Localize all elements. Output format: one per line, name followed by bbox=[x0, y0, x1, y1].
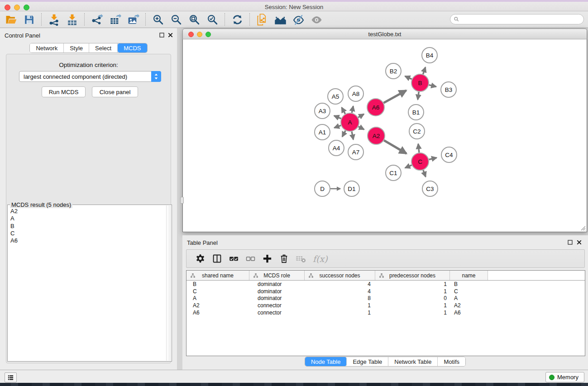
edge-C-C4[interactable] bbox=[429, 157, 436, 159]
edge-A6-B[interactable] bbox=[384, 91, 406, 103]
column-header-shared-name[interactable]: shared name bbox=[186, 271, 249, 280]
import-network-button[interactable] bbox=[45, 12, 63, 27]
table-cell[interactable]: 4 bbox=[305, 288, 375, 295]
table-cell[interactable]: 8 bbox=[305, 295, 375, 301]
network-document-button[interactable] bbox=[253, 12, 271, 27]
table-cell[interactable]: dominator bbox=[249, 288, 305, 295]
window-resize-grip[interactable] bbox=[579, 224, 586, 231]
import-table-button[interactable] bbox=[63, 12, 81, 27]
open-folder-button[interactable] bbox=[2, 12, 20, 27]
save-button[interactable] bbox=[20, 12, 38, 27]
tab-mcds[interactable]: MCDS bbox=[118, 43, 147, 52]
edge-A-A5[interactable] bbox=[342, 108, 345, 114]
float-table-panel-icon[interactable] bbox=[567, 239, 573, 245]
close-panel-button[interactable]: Close panel bbox=[92, 86, 138, 97]
edge-A-A2[interactable] bbox=[359, 127, 364, 129]
delete-column-button[interactable] bbox=[276, 251, 292, 267]
home-button[interactable] bbox=[271, 12, 289, 27]
table-cell[interactable]: A2 bbox=[186, 302, 249, 309]
zoom-in-button[interactable] bbox=[149, 12, 167, 27]
edge-A-A4[interactable] bbox=[342, 131, 345, 137]
edge-A2-C[interactable] bbox=[384, 140, 406, 153]
table-cell[interactable]: A6 bbox=[450, 310, 488, 316]
mcds-result-item[interactable]: B bbox=[9, 223, 166, 230]
table-cell[interactable]: dominator bbox=[249, 281, 305, 287]
gear-button[interactable] bbox=[192, 251, 209, 267]
table-cell[interactable]: B bbox=[450, 281, 488, 287]
table-row[interactable]: A2connector11A2 bbox=[186, 302, 585, 309]
edge-A-A3[interactable] bbox=[334, 116, 341, 119]
tab-select[interactable]: Select bbox=[89, 43, 118, 52]
columns-button[interactable] bbox=[209, 251, 225, 267]
edge-B-B2[interactable] bbox=[405, 76, 412, 79]
table-cell[interactable]: 1 bbox=[375, 281, 450, 287]
table-cell[interactable]: dominator bbox=[249, 295, 305, 301]
close-panel-icon[interactable] bbox=[167, 32, 173, 38]
edge-C-C2[interactable] bbox=[418, 144, 419, 152]
edge-C-C3[interactable] bbox=[423, 170, 425, 177]
table-cell[interactable]: 1 bbox=[375, 310, 450, 316]
edge-B-B1[interactable] bbox=[418, 92, 419, 100]
tab-node-table[interactable]: Node Table bbox=[305, 357, 347, 366]
edge-C-C1[interactable] bbox=[405, 165, 412, 168]
mcds-result-item[interactable]: A6 bbox=[9, 237, 166, 244]
memory-button[interactable]: Memory bbox=[545, 372, 584, 382]
mcds-result-scrollbar[interactable] bbox=[166, 205, 171, 361]
tab-motifs[interactable]: Motifs bbox=[438, 357, 465, 366]
table-cell[interactable]: 0 bbox=[375, 295, 450, 301]
close-table-panel-icon[interactable] bbox=[576, 239, 582, 245]
table-cell[interactable]: C bbox=[186, 288, 249, 295]
tab-style[interactable]: Style bbox=[64, 43, 89, 52]
task-history-button[interactable] bbox=[5, 372, 17, 382]
edge-B-B3[interactable] bbox=[429, 85, 436, 87]
mcds-result-item[interactable]: A bbox=[9, 215, 166, 222]
tab-network[interactable]: Network bbox=[30, 43, 64, 52]
mcds-result-item[interactable]: C bbox=[9, 230, 166, 237]
add-column-button[interactable] bbox=[259, 251, 276, 267]
float-panel-icon[interactable] bbox=[159, 32, 165, 38]
run-mcds-button[interactable]: Run MCDS bbox=[42, 86, 86, 97]
search-input[interactable] bbox=[459, 15, 583, 24]
table-cell[interactable]: 1 bbox=[375, 302, 450, 309]
mcds-result-item[interactable]: A2 bbox=[9, 208, 166, 215]
table-cell[interactable]: connector bbox=[249, 310, 305, 316]
table-row[interactable]: Bdominator41B bbox=[186, 281, 585, 288]
zoom-fit-button[interactable] bbox=[185, 12, 203, 27]
column-header-MCDS-role[interactable]: MCDS role bbox=[249, 271, 305, 280]
table-cell[interactable]: 4 bbox=[305, 281, 375, 287]
table-row[interactable]: Adominator80A bbox=[186, 295, 585, 302]
table-cell[interactable]: 1 bbox=[375, 288, 450, 295]
column-header-name[interactable]: name bbox=[450, 271, 488, 280]
hide-eye-button[interactable] bbox=[289, 12, 307, 27]
table-cell[interactable]: 1 bbox=[305, 310, 375, 316]
deselect-all-button[interactable] bbox=[242, 251, 259, 267]
table-cell[interactable]: B bbox=[186, 281, 249, 287]
zoom-selected-button[interactable] bbox=[203, 12, 221, 27]
edge-A-A6[interactable] bbox=[358, 114, 364, 117]
panel-splitter-handle[interactable] bbox=[180, 197, 184, 204]
column-header-successor-nodes[interactable]: successor nodes bbox=[305, 271, 375, 280]
table-cell[interactable]: connector bbox=[249, 302, 305, 309]
table-cell[interactable]: C bbox=[450, 288, 488, 295]
table-cell[interactable]: 1 bbox=[305, 302, 375, 309]
network-window-titlebar[interactable]: testGlobe.txt bbox=[182, 29, 587, 39]
table-cell[interactable]: A bbox=[450, 295, 488, 301]
export-table-button[interactable] bbox=[106, 12, 124, 27]
table-cell[interactable]: A2 bbox=[450, 302, 488, 309]
edge-B-B4[interactable] bbox=[423, 67, 425, 74]
tab-edge-table[interactable]: Edge Table bbox=[347, 357, 388, 366]
column-header-predecessor-nodes[interactable]: predecessor nodes bbox=[375, 271, 450, 280]
table-cell[interactable]: A bbox=[186, 295, 249, 301]
select-all-button[interactable] bbox=[225, 251, 242, 267]
zoom-out-button[interactable] bbox=[167, 12, 185, 27]
network-canvas[interactable]: AA6A2BCA5A8A3A1A4A7B4B2B3B1C2C4C1C3DD1 bbox=[182, 39, 587, 232]
edge-A-A1[interactable] bbox=[335, 125, 341, 128]
edge-A-A7[interactable] bbox=[352, 132, 353, 140]
export-image-button[interactable] bbox=[124, 12, 142, 27]
refresh-button[interactable] bbox=[228, 12, 246, 27]
table-row[interactable]: Cdominator41C bbox=[186, 288, 585, 295]
edge-A-A8[interactable] bbox=[352, 106, 353, 113]
search-field[interactable] bbox=[450, 14, 584, 24]
table-row[interactable]: A6connector11A6 bbox=[186, 309, 585, 316]
optimization-criterion-dropdown[interactable]: largest connected component (directed) bbox=[19, 71, 161, 82]
